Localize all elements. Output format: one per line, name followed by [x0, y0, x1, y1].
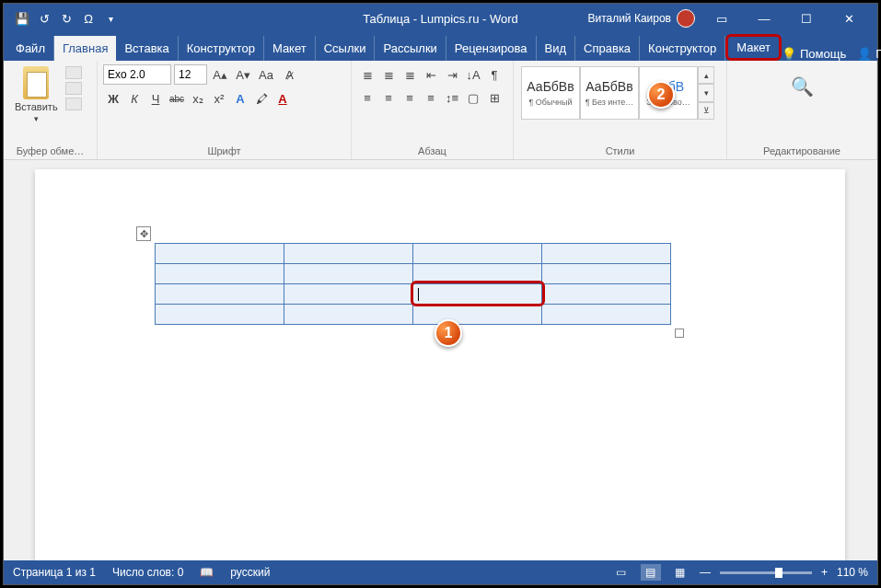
- align-right-icon[interactable]: ≡: [400, 87, 420, 108]
- help-button[interactable]: 💡 Помощь: [782, 47, 846, 61]
- paste-icon: [23, 66, 49, 99]
- status-page[interactable]: Страница 1 из 1: [13, 566, 96, 579]
- tab-help[interactable]: Справка: [575, 36, 640, 61]
- tab-designer[interactable]: Конструктор: [179, 36, 264, 61]
- change-case-icon[interactable]: Aa: [256, 64, 276, 85]
- table-cell[interactable]: [413, 305, 542, 325]
- font-size-input[interactable]: [174, 64, 207, 85]
- font-color-icon[interactable]: A: [272, 88, 293, 109]
- user-name: Виталий Каиров: [587, 12, 671, 25]
- status-words[interactable]: Число слов: 0: [112, 566, 183, 579]
- group-styles: АаБбВв ¶ Обычный АаБбВв ¶ Без инте… аБбВ…: [514, 61, 727, 159]
- share-button[interactable]: 👤 Поделиться: [857, 47, 881, 61]
- highlight-icon[interactable]: 🖍: [251, 88, 272, 109]
- status-language[interactable]: русский: [230, 566, 270, 579]
- document-table[interactable]: [155, 243, 671, 325]
- multilevel-icon[interactable]: ≣: [400, 64, 420, 85]
- table-cell-active[interactable]: [413, 284, 542, 305]
- maximize-button[interactable]: ☐: [785, 4, 828, 33]
- italic-button[interactable]: К: [124, 88, 145, 109]
- zoom-slider[interactable]: [720, 571, 812, 574]
- tab-file[interactable]: Файл: [7, 36, 54, 61]
- text-effects-icon[interactable]: A: [230, 88, 250, 109]
- table-cell[interactable]: [413, 244, 542, 264]
- bullets-icon[interactable]: ≣: [357, 64, 377, 85]
- line-spacing-icon[interactable]: ↕≡: [442, 87, 462, 108]
- shading-icon[interactable]: ▢: [463, 87, 483, 108]
- borders-icon[interactable]: ⊞: [484, 87, 504, 108]
- clear-format-icon[interactable]: A̷: [279, 64, 299, 85]
- tab-table-design[interactable]: Конструктор: [640, 36, 725, 61]
- cut-button[interactable]: [65, 66, 82, 79]
- status-spellcheck-icon[interactable]: 📖: [200, 566, 214, 579]
- sort-icon[interactable]: ↓A: [463, 64, 483, 85]
- justify-icon[interactable]: ≡: [421, 87, 441, 108]
- group-clipboard: Вставить ▾ Буфер обме…: [4, 61, 98, 159]
- indent-left-icon[interactable]: ⇤: [421, 64, 441, 85]
- view-print-icon[interactable]: ▤: [641, 564, 661, 581]
- tab-insert[interactable]: Вставка: [116, 36, 178, 61]
- style-no-spacing[interactable]: АаБбВв ¶ Без инте…: [580, 66, 639, 120]
- document-page[interactable]: ✥: [35, 169, 845, 560]
- format-painter-button[interactable]: [65, 98, 82, 110]
- table-cell[interactable]: [542, 244, 671, 264]
- redo-icon[interactable]: ↻: [57, 9, 75, 28]
- tab-review[interactable]: Рецензирова: [446, 36, 537, 61]
- tab-home[interactable]: Главная: [54, 36, 116, 61]
- table-cell[interactable]: [542, 284, 671, 305]
- view-web-icon[interactable]: ▦: [670, 564, 690, 581]
- minimize-button[interactable]: —: [743, 4, 785, 33]
- style-normal[interactable]: АаБбВв ¶ Обычный: [521, 66, 580, 120]
- table-cell[interactable]: [542, 305, 671, 325]
- paste-button[interactable]: Вставить ▾: [9, 64, 64, 125]
- indent-right-icon[interactable]: ⇥: [442, 64, 462, 85]
- copy-button[interactable]: [65, 82, 82, 95]
- close-button[interactable]: ✕: [828, 4, 870, 33]
- styles-down-icon[interactable]: ▾: [698, 84, 714, 101]
- ribbon-options-icon[interactable]: ▭: [701, 4, 743, 33]
- view-read-icon[interactable]: ▭: [611, 564, 632, 581]
- font-name-input[interactable]: [103, 64, 171, 85]
- ribbon-tabs: Файл Главная Вставка Конструктор Макет С…: [4, 33, 877, 61]
- tab-layout[interactable]: Макет: [264, 36, 316, 61]
- zoom-level[interactable]: 110 %: [837, 566, 868, 579]
- table-move-handle-icon[interactable]: ✥: [136, 226, 151, 241]
- numbering-icon[interactable]: ≣: [378, 64, 399, 85]
- shrink-font-icon[interactable]: A▾: [233, 64, 253, 85]
- zoom-in-button[interactable]: +: [821, 566, 828, 579]
- table-cell[interactable]: [413, 264, 542, 284]
- user-avatar-icon[interactable]: [677, 9, 695, 28]
- table-cell[interactable]: [156, 244, 284, 264]
- table-cell[interactable]: [156, 284, 284, 305]
- table-cell[interactable]: [284, 284, 413, 305]
- styles-expand-icon[interactable]: ⊻: [698, 102, 714, 120]
- align-left-icon[interactable]: ≡: [357, 87, 377, 108]
- table-cell[interactable]: [156, 305, 284, 325]
- underline-button[interactable]: Ч: [145, 88, 166, 109]
- undo-icon[interactable]: ↺: [35, 9, 53, 28]
- user-area: Виталий Каиров ▭ — ☐ ✕: [587, 4, 877, 33]
- styles-up-icon[interactable]: ▴: [698, 66, 714, 84]
- tab-view[interactable]: Вид: [537, 36, 576, 61]
- pilcrow-icon[interactable]: ¶: [484, 64, 504, 85]
- subscript-button[interactable]: x₂: [188, 88, 208, 109]
- find-icon[interactable]: 🔍: [785, 70, 818, 103]
- grow-font-icon[interactable]: A▴: [210, 64, 230, 85]
- strike-button[interactable]: abc: [167, 88, 187, 109]
- table-cell[interactable]: [284, 244, 413, 264]
- tab-table-layout[interactable]: Макет: [725, 34, 782, 61]
- table-resize-handle-icon[interactable]: [675, 329, 684, 338]
- tab-references[interactable]: Ссылки: [316, 36, 376, 61]
- zoom-out-button[interactable]: —: [700, 566, 711, 579]
- table-cell[interactable]: [156, 264, 284, 284]
- table-cell[interactable]: [542, 264, 671, 284]
- align-center-icon[interactable]: ≡: [378, 87, 399, 108]
- qat-more-icon[interactable]: ▾: [101, 9, 120, 28]
- superscript-button[interactable]: x²: [209, 88, 229, 109]
- omega-icon[interactable]: Ω: [79, 9, 98, 28]
- table-cell[interactable]: [284, 264, 413, 284]
- table-cell[interactable]: [284, 305, 413, 325]
- bold-button[interactable]: Ж: [103, 88, 123, 109]
- tab-mailings[interactable]: Рассылки: [375, 36, 446, 61]
- save-icon[interactable]: 💾: [13, 9, 31, 28]
